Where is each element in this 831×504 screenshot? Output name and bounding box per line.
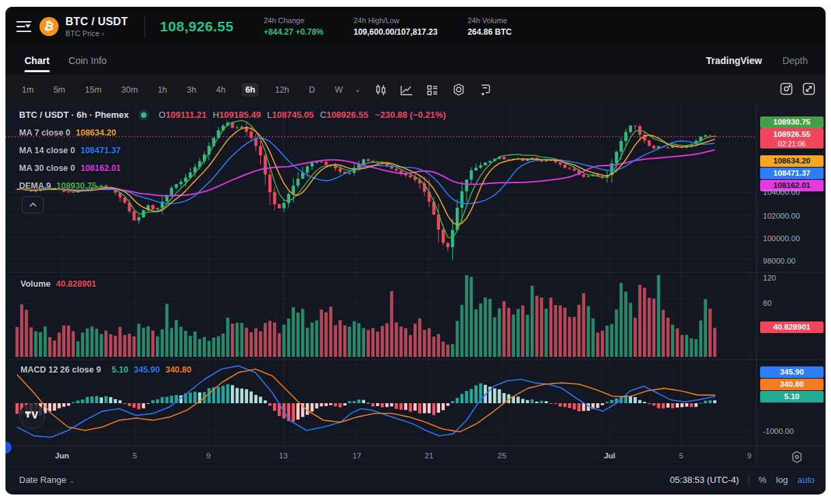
fullscreen-icon[interactable] [802, 82, 816, 96]
timeframe-W[interactable]: W [332, 83, 347, 97]
ohlc-key: O [159, 110, 166, 120]
macd-value: 340.80 [166, 365, 191, 375]
axis-settings-icon[interactable] [789, 450, 804, 467]
axis-badge: 108926.5502:21:06 [760, 128, 824, 148]
candlestick-style-icon[interactable] [375, 84, 387, 96]
header-divider [144, 15, 145, 38]
ohlc-value: 109111.21 [166, 110, 206, 120]
ma-legend-row: MA 30 close 0108162.01 [19, 163, 121, 173]
scale-%[interactable]: % [759, 475, 767, 485]
ohlc-key: C [320, 110, 326, 120]
ohlc-key: H [213, 110, 219, 120]
time-label: Jun [55, 452, 69, 460]
time-label: 25 [498, 452, 507, 460]
date-range-button[interactable]: Date Range⌄ [19, 475, 75, 485]
axis-label: 100000.00 [763, 234, 800, 243]
collapse-legend-button[interactable] [22, 196, 44, 213]
axis-badge: 340.80 [760, 379, 824, 390]
ohlc-values: O109111.21H109185.49L108745.05C108926.55 [159, 110, 369, 120]
axis-badge: 108471.37 [760, 168, 824, 179]
chart-toolbar: 1m5m15m30m1h3h4h6h12hDW ⌄ [5, 76, 826, 104]
timeframe-D[interactable]: D [306, 83, 319, 97]
tabs-left: ChartCoin Info [5, 46, 107, 75]
indicators-icon[interactable] [426, 84, 439, 96]
header-stat: 24h Change+844.27 +0.78% [264, 16, 324, 37]
time-label: 9 [747, 452, 751, 460]
line-style-icon[interactable] [401, 84, 413, 96]
price-chart-canvas[interactable] [5, 104, 826, 467]
chevron-down-icon: ⌄ [69, 477, 74, 484]
time-label: 13 [279, 452, 288, 460]
footer-divider [749, 475, 749, 486]
time-label: 5 [679, 452, 683, 460]
timeframe-3h[interactable]: 3h [183, 83, 200, 97]
ohlc-value: 108745.05 [272, 110, 313, 120]
timeframe-12h[interactable]: 12h [272, 83, 293, 97]
macd-label: MACD 12 26 close 9 [20, 365, 101, 375]
ma-legend-row: DEMA 9108930.75 [19, 181, 97, 191]
ohlc-value: 108926.55 [326, 110, 368, 120]
markets-menu-icon[interactable] [16, 21, 31, 32]
stat-label: 24h Change [264, 16, 324, 25]
time-label: 21 [425, 452, 434, 460]
scale-log[interactable]: log [776, 475, 787, 485]
macd-legend: MACD 12 26 close 95.10345.90340.80 [20, 365, 191, 375]
axis-label: 102000.00 [763, 211, 800, 221]
time-label: 17 [353, 452, 362, 460]
timeframe-6h[interactable]: 6h [242, 83, 259, 97]
ohlc-value: 109185.49 [219, 110, 261, 120]
timeframe-4h[interactable]: 4h [213, 83, 229, 97]
macd-value: 5.10 [112, 365, 128, 375]
header: ₿ BTC / USDT BTC Price › 108,926.55 24h … [5, 7, 826, 46]
stat-label: 24h Volume [467, 16, 512, 25]
legend-title: BTC / USDT · 6h · Phemex [19, 110, 129, 120]
timeframe-15m[interactable]: 15m [82, 83, 105, 97]
chart-footer: Date Range⌄ 05:38:53 (UTC-4) %logauto [5, 467, 826, 492]
session-clock[interactable]: 05:38:53 (UTC-4) [670, 475, 739, 485]
chart-legend: BTC / USDT · 6h · Phemex O109111.21H1091… [19, 110, 446, 120]
tab-depth[interactable]: Depth [783, 55, 808, 66]
time-label: 9 [206, 452, 210, 460]
footer-right: 05:38:53 (UTC-4) %logauto [670, 475, 815, 486]
axis-label: -1000.00 [763, 426, 794, 436]
ma-legend-row: MA 7 close 0108634.20 [19, 128, 116, 138]
price-axis[interactable]: 108930.75108926.5502:21:06108634.2010847… [756, 104, 826, 467]
pair-block: BTC / USDT BTC Price › [65, 16, 128, 38]
volume-value: 40.828901 [56, 279, 96, 289]
chart-area: BTC / USDT · 6h · Phemex O109111.21H1091… [5, 104, 826, 467]
tab-chart[interactable]: Chart [25, 46, 50, 75]
timeframe-dropdown-caret[interactable]: ⌄ [354, 85, 360, 94]
timeframe-1h[interactable]: 1h [154, 83, 170, 97]
axis-label: 104000.00 [763, 187, 800, 197]
stat-label: 24h High/Low [354, 16, 437, 25]
camera-icon[interactable] [779, 82, 794, 96]
timeframe-5m[interactable]: 5m [50, 83, 68, 97]
compare-add-icon[interactable] [479, 84, 491, 96]
volume-legend: Volume40.828901 [20, 279, 96, 289]
pair-subtitle[interactable]: BTC Price › [65, 29, 128, 37]
axis-badge: 345.90 [760, 366, 824, 378]
axis-badge: 40.828901 [760, 321, 824, 333]
live-status-dot [141, 112, 146, 118]
tab-coin-info[interactable]: Coin Info [69, 46, 107, 75]
timeframe-30m[interactable]: 30m [118, 83, 141, 97]
time-label: 5 [133, 452, 137, 460]
scale-buttons: %logauto [759, 475, 815, 485]
last-price: 108,926.55 [160, 18, 234, 35]
axis-badge: 5.10 [760, 391, 824, 403]
header-stat: 24h Volume264.86 BTC [467, 16, 512, 37]
app-window: ₿ BTC / USDT BTC Price › 108,926.55 24h … [5, 7, 826, 494]
target-icon[interactable] [452, 83, 465, 96]
macd-value: 345.90 [134, 365, 159, 375]
time-axis[interactable]: Jun5913172125Jul59 [5, 446, 756, 467]
pair-name: BTC / USDT [65, 16, 128, 28]
scale-auto[interactable]: auto [798, 475, 815, 485]
stat-value: +844.27 +0.78% [264, 27, 324, 37]
timeframe-group: 1m5m15m30m1h3h4h6h12hDW [5, 83, 346, 97]
timeframe-1m[interactable]: 1m [18, 83, 37, 97]
change-value: −230.88 (−0.21%) [375, 110, 446, 120]
tab-tradingview[interactable]: TradingView [706, 55, 762, 66]
tradingview-logo[interactable] [19, 403, 45, 429]
tabs-row: ChartCoin Info TradingViewDepth [5, 46, 826, 76]
page: ₿ BTC / USDT BTC Price › 108,926.55 24h … [0, 0, 831, 504]
